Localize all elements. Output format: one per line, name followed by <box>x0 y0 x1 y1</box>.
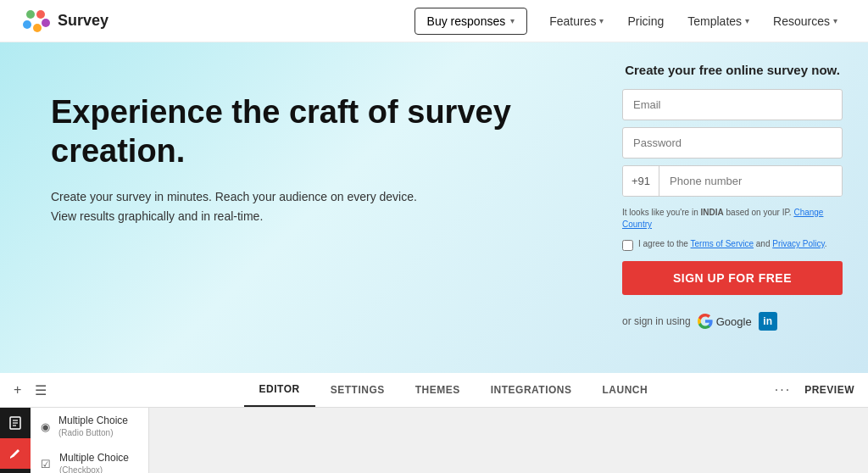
signup-form: +91 It looks like you're in INDIA based … <box>622 89 843 331</box>
tab-settings[interactable]: SETTINGS <box>315 374 400 406</box>
toolbar-left: + ☰ <box>14 382 132 398</box>
hero-section: Experience the craft of survey creation.… <box>0 42 868 373</box>
editor-content: ◉ Multiple Choice (Radio Button) ☑ Multi… <box>0 408 868 473</box>
buy-responses-button[interactable]: Buy responses ▾ <box>415 8 528 35</box>
svg-point-3 <box>33 24 42 32</box>
chevron-down-icon: ▾ <box>745 16 749 25</box>
svg-point-4 <box>42 19 50 27</box>
header: Survey Buy responses ▾ Features ▾ Pricin… <box>0 0 868 42</box>
more-options-icon[interactable]: ··· <box>775 382 791 398</box>
svg-point-0 <box>26 10 35 19</box>
nav-resources[interactable]: Resources ▾ <box>763 8 848 35</box>
email-field[interactable] <box>622 89 843 120</box>
tab-themes[interactable]: THEMES <box>400 374 476 406</box>
phone-input[interactable] <box>659 166 842 196</box>
terms-text: I agree to the Terms of Service and Priv… <box>638 239 827 248</box>
editor-doc-icon[interactable] <box>0 408 31 438</box>
terms-row: I agree to the Terms of Service and Priv… <box>622 239 843 251</box>
main-nav: Buy responses ▾ Features ▾ Pricing Templ… <box>415 8 848 35</box>
list-item[interactable]: ◉ Multiple Choice (Radio Button) <box>31 408 148 445</box>
checkbox-icon: ☑ <box>41 457 51 470</box>
chevron-down-icon: ▾ <box>510 16 515 25</box>
editor-toolbar: + ☰ EDITOR SETTINGS THEMES INTEGRATIONS … <box>0 373 868 408</box>
phone-prefix: +91 <box>623 166 659 196</box>
tab-integrations[interactable]: INTEGRATIONS <box>476 374 587 406</box>
google-icon <box>698 314 713 329</box>
editor-main-area <box>149 408 868 473</box>
toolbar-right: ··· PREVIEW <box>775 382 854 398</box>
logo-text: Survey <box>58 12 108 30</box>
pencil-icon <box>9 448 21 459</box>
terms-checkbox[interactable] <box>622 240 633 251</box>
editor-section: + ☰ EDITOR SETTINGS THEMES INTEGRATIONS … <box>0 373 868 473</box>
terms-link[interactable]: Terms of Service <box>691 239 754 248</box>
google-signin-button[interactable]: Google <box>698 314 752 329</box>
add-icon[interactable]: + <box>14 382 21 398</box>
logo-area: Survey <box>20 6 108 36</box>
hero-subtitle: Create your survey in minutes. Reach you… <box>51 187 424 225</box>
password-field[interactable] <box>622 127 843 159</box>
tab-launch[interactable]: LAUNCH <box>587 374 664 406</box>
signup-title: Create your free online survey now. <box>625 63 840 77</box>
editor-sidebar: ◉ Multiple Choice (Radio Button) ☑ Multi… <box>31 408 149 473</box>
signin-label: or sign in using <box>622 315 691 327</box>
editor-pencil-icon[interactable] <box>0 438 31 469</box>
preview-button[interactable]: PREVIEW <box>804 384 854 396</box>
svg-point-1 <box>36 10 45 19</box>
nav-pricing[interactable]: Pricing <box>617 8 674 35</box>
chevron-down-icon: ▾ <box>599 16 604 25</box>
notice-text: It looks like you're in INDIA based on y… <box>622 207 843 231</box>
logo-icon <box>20 6 51 36</box>
list-icon[interactable]: ☰ <box>35 382 47 398</box>
document-icon <box>8 416 22 430</box>
tab-editor[interactable]: EDITOR <box>244 373 315 407</box>
hero-right: Create your free online survey now. +91 … <box>605 42 868 373</box>
chevron-down-icon: ▾ <box>833 16 837 25</box>
signin-row: or sign in using Google in <box>622 312 843 331</box>
list-item[interactable]: ☑ Multiple Choice (Checkbox) <box>31 445 148 473</box>
radio-button-icon: ◉ <box>41 420 50 433</box>
hero-title: Experience the craft of survey creation. <box>51 93 526 170</box>
linkedin-signin-button[interactable]: in <box>759 312 777 331</box>
nav-features[interactable]: Features ▾ <box>539 8 614 35</box>
signup-button[interactable]: SIGN UP FOR FREE <box>622 261 843 295</box>
phone-row: +91 <box>622 165 843 197</box>
nav-templates[interactable]: Templates ▾ <box>677 8 760 35</box>
editor-side-icons <box>0 408 31 473</box>
editor-tabs: EDITOR SETTINGS THEMES INTEGRATIONS LAUN… <box>132 373 775 407</box>
svg-point-2 <box>23 20 31 29</box>
hero-left: Experience the craft of survey creation.… <box>0 42 605 373</box>
privacy-link[interactable]: Privacy Policy <box>772 239 825 248</box>
